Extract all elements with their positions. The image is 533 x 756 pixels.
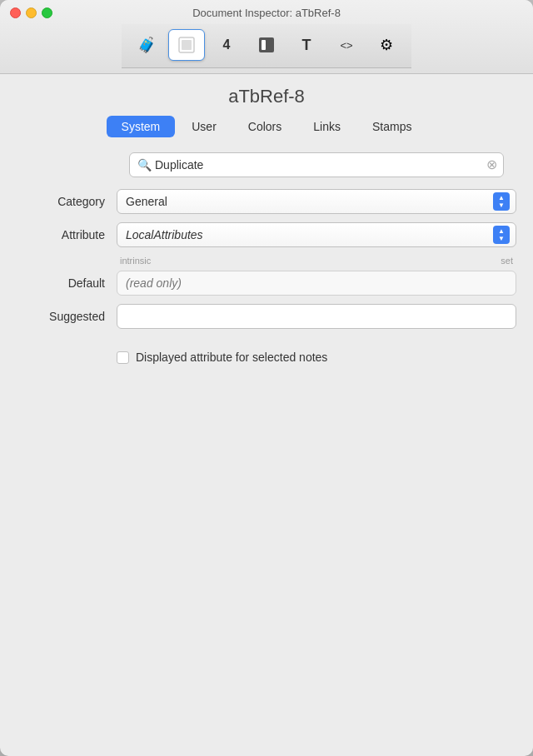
default-control-wrap (117, 271, 516, 296)
search-icon: 🔍 (137, 158, 152, 172)
suggested-input[interactable] (117, 304, 516, 329)
toolbar-btn-code[interactable]: <> (328, 29, 365, 61)
toolbar-btn-settings[interactable]: ⚙ (368, 29, 405, 61)
close-button[interactable] (10, 7, 21, 18)
default-row: Default (17, 271, 516, 296)
svg-rect-3 (262, 40, 266, 50)
tab-system[interactable]: System (107, 116, 176, 137)
window-title: Document Inspector: aTbRef-8 (192, 7, 341, 19)
toolbar-btn-badge[interactable]: 4 (208, 29, 245, 61)
category-control-wrap: General ▲ ▼ (117, 189, 516, 214)
checkbox-label-wrap[interactable]: Displayed attribute for selected notes (117, 351, 327, 364)
attribute-label: Attribute (17, 228, 117, 241)
form-area: 🔍 ⊗ Category General ▲ ▼ (17, 152, 516, 364)
toolbar-btn-inspector[interactable] (168, 29, 205, 61)
tab-stamps[interactable]: Stamps (357, 116, 426, 137)
suggested-row: Suggested (17, 304, 516, 329)
search-clear-button[interactable]: ⊗ (486, 158, 497, 172)
toolbar-btn-suitcase[interactable]: 🧳 (128, 29, 165, 61)
category-select-wrapper: General ▲ ▼ (117, 189, 516, 214)
attribute-select[interactable]: LocalAttributes (117, 222, 516, 247)
title-bar-top: Document Inspector: aTbRef-8 (10, 7, 523, 19)
category-row: Category General ▲ ▼ (17, 189, 516, 214)
attribute-row: Attribute LocalAttributes ▲ ▼ (17, 222, 516, 247)
sublabel-set: set (501, 256, 513, 266)
layout-icon (257, 36, 276, 54)
category-label: Category (17, 195, 117, 208)
main-window: Document Inspector: aTbRef-8 🧳 4 T <> ⚙ (0, 0, 533, 756)
window-controls (10, 7, 52, 18)
suggested-control-wrap (117, 304, 516, 329)
svg-rect-2 (259, 37, 274, 52)
tab-user[interactable]: User (177, 116, 232, 137)
attribute-control-wrap: LocalAttributes ▲ ▼ (117, 222, 516, 247)
suggested-label: Suggested (17, 310, 117, 323)
tab-links[interactable]: Links (298, 116, 356, 137)
inspector-icon (177, 36, 196, 54)
checkbox-row: Displayed attribute for selected notes (17, 351, 516, 364)
checkbox-box[interactable] (117, 351, 129, 364)
attribute-select-wrapper: LocalAttributes ▲ ▼ (117, 222, 516, 247)
tab-colors[interactable]: Colors (233, 116, 296, 137)
default-input (117, 271, 516, 296)
search-input[interactable] (129, 152, 504, 177)
sublabel-intrinsic: intrinsic (120, 256, 151, 266)
title-bar: Document Inspector: aTbRef-8 🧳 4 T <> ⚙ (0, 0, 533, 74)
search-row: 🔍 ⊗ (17, 152, 516, 177)
sublabels: intrinsic set (117, 256, 516, 266)
default-label: Default (17, 276, 117, 290)
svg-rect-1 (182, 40, 192, 50)
toolbar-btn-layout[interactable] (248, 29, 285, 61)
toolbar-btn-text[interactable]: T (288, 29, 325, 61)
checkbox-label: Displayed attribute for selected notes (136, 351, 327, 364)
category-select[interactable]: General (117, 189, 516, 214)
sublabel-row: intrinsic set (17, 256, 516, 266)
maximize-button[interactable] (42, 7, 52, 18)
tab-bar: System User Colors Links Stamps (17, 116, 516, 137)
search-container: 🔍 ⊗ (129, 152, 504, 177)
toolbar: 🧳 4 T <> ⚙ (122, 24, 411, 68)
content-area: System User Colors Links Stamps 🔍 ⊗ Cate… (0, 116, 533, 756)
document-title: aTbRef-8 (0, 74, 533, 116)
minimize-button[interactable] (26, 7, 37, 18)
